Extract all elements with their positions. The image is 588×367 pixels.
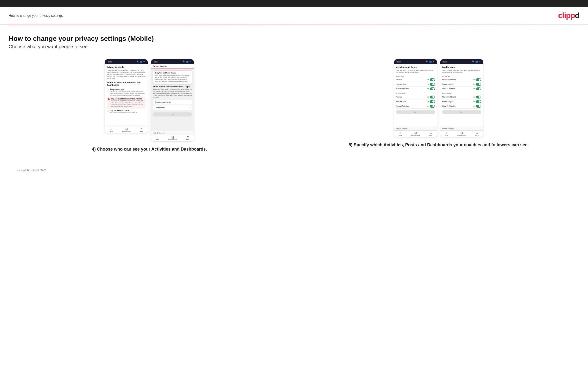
privacy-controls-title: Privacy Controls xyxy=(107,66,146,68)
phone-4-back[interactable]: ‹ Back xyxy=(442,61,447,63)
drills-coach-label: Practice Drills xyxy=(396,83,406,85)
nav-performance-4[interactable]: 📊 My Performance xyxy=(458,132,466,136)
caption-right: 5) Specify which Activities, Posts and D… xyxy=(348,140,529,150)
phone-screen-3: ‹ Back 🔍 👥 ⚙ Activities and Posts Select… xyxy=(394,59,437,137)
phone-3-header: ‹ Back 🔍 👥 ⚙ xyxy=(394,59,437,64)
radio-followers[interactable]: Only Approved Followers and Your Coach O… xyxy=(107,97,146,108)
nav-performance-label-2: My Performance xyxy=(168,139,177,140)
privacy-tab[interactable]: Privacy Controls xyxy=(153,65,167,68)
manual-coach-label: Manual Activities xyxy=(396,88,409,90)
activities-posts-row[interactable]: Activities and Posts › xyxy=(153,100,192,105)
page-subheading: Choose what you want people to see xyxy=(9,44,579,50)
tooltip-box: Only You and Your Coach Only you and the… xyxy=(153,70,192,84)
toggle-drills-coach-switch[interactable] xyxy=(430,83,435,86)
help-support-4: Help & Support xyxy=(442,126,454,131)
coaches-label-4: COACHES xyxy=(442,75,481,77)
phone-4-nav: ⌂ Home 📊 My Performance ☰ Menu xyxy=(440,130,483,137)
show-hide-title: Show or hide specific features in Clippd xyxy=(153,85,192,88)
save-button-2[interactable]: Save xyxy=(153,112,192,117)
header: How to change your privacy settings clip… xyxy=(0,7,588,25)
phone-2-tabbar: Privacy Controls xyxy=(151,64,194,68)
phone-mockup-3: ‹ Back 🔍 👥 ⚙ Activities and Posts Select… xyxy=(394,59,437,137)
search-icon-2[interactable]: 🔍 xyxy=(183,60,185,63)
toggle-round-insights-follower-switch[interactable] xyxy=(476,100,481,103)
nav-home-2[interactable]: ⌂ Home xyxy=(156,136,159,140)
nav-performance[interactable]: 📊 My Performance xyxy=(122,128,131,132)
radio-dot-only-you xyxy=(107,110,109,112)
radio-text-everyone: Everyone on Clippd Everyone on Clippd ca… xyxy=(110,89,146,96)
caption-left-text: 4) Choose who can see your Activities an… xyxy=(92,146,207,152)
nav-performance-2[interactable]: 📊 My Performance xyxy=(168,136,177,140)
search-icon[interactable]: 🔍 xyxy=(137,60,139,63)
toggle-manual-coach-switch[interactable] xyxy=(430,87,435,90)
people-icon-2[interactable]: 👥 xyxy=(186,60,189,63)
save-button-4[interactable]: Save xyxy=(442,110,481,114)
help-support-3: Help & Support xyxy=(396,126,407,131)
toggle-work-on-coach-switch[interactable] xyxy=(476,87,481,90)
people-icon-3[interactable]: 👥 xyxy=(429,60,432,63)
radio-only-you[interactable]: Only You and Your Coach Only you and the… xyxy=(107,108,146,114)
home-icon-4: ⌂ xyxy=(446,132,447,134)
toggle-work-on-follower-switch[interactable] xyxy=(476,105,481,108)
nav-home-label-4: Home xyxy=(445,134,448,136)
toggle-drills-follower-switch[interactable] xyxy=(430,100,435,103)
nav-home[interactable]: ⌂ Home xyxy=(109,128,112,132)
menu-icon: ☰ xyxy=(140,128,143,130)
phone-screen-1: ‹ Back 🔍 👥 ⚙ Privacy Controls Control ho… xyxy=(105,59,148,142)
phone-4-body: Dashboards Select the dashboards that yo… xyxy=(440,64,483,126)
radio-text-followers: Only Approved Followers and Your Coach O… xyxy=(111,98,145,108)
phone-mockup-1: ‹ Back 🔍 👥 ⚙ Privacy Controls Control ho… xyxy=(105,59,148,133)
nav-menu-4[interactable]: ☰ Menu xyxy=(476,132,479,136)
phone-screen-2: ‹ Back 🔍 👥 ⚙ Privacy Controls xyxy=(151,59,194,142)
nav-home-3[interactable]: ⌂ Home xyxy=(399,132,402,136)
toggle-player-dash-coach: Player Dashboard ON xyxy=(442,78,481,82)
settings-icon-2[interactable]: ⚙ xyxy=(190,60,192,63)
dashboards-row[interactable]: Dashboards › xyxy=(153,105,192,110)
people-icon[interactable]: 👥 xyxy=(140,60,142,63)
nav-menu-2[interactable]: ☰ Menu xyxy=(186,136,189,140)
toggle-manual-follower: Manual Activities ON xyxy=(396,104,435,108)
settings-icon[interactable]: ⚙ xyxy=(143,60,146,63)
toggle-round-insights-coach-switch[interactable] xyxy=(476,83,481,86)
phone-mockup-4: ‹ Back 🔍 👥 ⚙ Dashboards Select the dashb… xyxy=(440,59,483,137)
phone-2-nav: ⌂ Home 📊 My Performance ☰ Menu xyxy=(151,135,194,141)
caption-left: 4) Choose who can see your Activities an… xyxy=(92,144,207,154)
phone-2-back[interactable]: ‹ Back xyxy=(153,61,158,63)
player-dash-coach-label: Player Dashboard xyxy=(442,79,456,80)
nav-menu-3[interactable]: ☰ Menu xyxy=(429,132,432,136)
toggle-rounds-follower-switch[interactable] xyxy=(430,96,435,99)
nav-performance-3[interactable]: 📊 My Performance xyxy=(411,132,420,136)
search-icon-4[interactable]: 🔍 xyxy=(472,60,475,63)
phone-3-icons: 🔍 👥 ⚙ xyxy=(426,60,435,63)
phone-3-back[interactable]: ‹ Back xyxy=(396,61,401,63)
drills-follower-label: Practice Drills xyxy=(396,101,406,102)
phone-1-back[interactable]: ‹ Back xyxy=(107,61,112,63)
radio-everyone[interactable]: Everyone on Clippd Everyone on Clippd ca… xyxy=(107,88,146,97)
top-bar xyxy=(0,0,588,7)
nav-home-label-3: Home xyxy=(399,134,402,136)
people-icon-4[interactable]: 👥 xyxy=(476,60,478,63)
toggle-manual-follower-switch[interactable] xyxy=(430,105,435,108)
chevron-dashboards: › xyxy=(190,107,190,109)
manual-follower-label: Manual Activities xyxy=(396,105,409,107)
toggle-rounds-follower: Rounds ON xyxy=(396,95,435,100)
search-icon-3[interactable]: 🔍 xyxy=(426,60,428,63)
tooltip-title: Only You and Your Coach xyxy=(155,72,190,74)
nav-performance-label-3: My Performance xyxy=(411,134,420,136)
followers-label-3: FOLLOWERS xyxy=(396,93,435,94)
nav-menu[interactable]: ☰ Menu xyxy=(140,128,143,132)
phone-4-header: ‹ Back 🔍 👥 ⚙ xyxy=(440,59,483,64)
nav-home-4[interactable]: ⌂ Home xyxy=(445,132,448,136)
player-dash-follower-label: Player Dashboard xyxy=(442,96,456,98)
toggle-player-dash-follower-switch[interactable] xyxy=(476,96,481,99)
main-content: How to change your privacy settings (Mob… xyxy=(0,25,588,186)
save-button-3[interactable]: Save xyxy=(396,110,435,114)
toggle-player-dash-coach-switch[interactable] xyxy=(476,78,481,81)
phones-pair-left: ‹ Back 🔍 👥 ⚙ Privacy Controls Control ho… xyxy=(9,59,290,142)
settings-icon-3[interactable]: ⚙ xyxy=(433,60,435,63)
show-hide-desc: Regardless of the privacy controls that … xyxy=(153,88,192,99)
toggle-rounds-coach-switch[interactable] xyxy=(430,78,435,81)
phone-1-body: Privacy Controls Control how and your da… xyxy=(105,64,148,126)
settings-icon-4[interactable]: ⚙ xyxy=(479,60,481,63)
menu-icon-4: ☰ xyxy=(476,132,478,134)
